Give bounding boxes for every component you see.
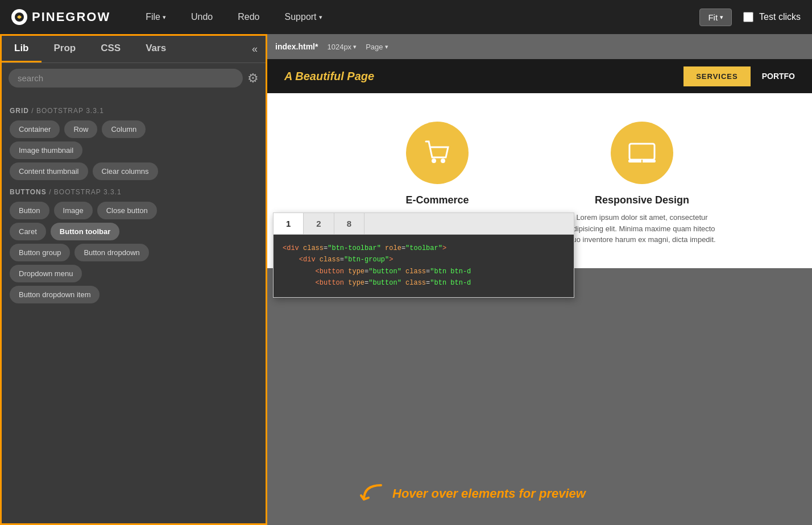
- components-list: GRID / BOOTSTRAP 3.3.1 Container Row Col…: [2, 93, 266, 523]
- clear-columns-button[interactable]: Clear columns: [93, 163, 158, 180]
- svg-point-1: [432, 159, 436, 163]
- responsive-title: Responsive Design: [595, 194, 689, 206]
- site-services-button[interactable]: SERVICES: [683, 66, 751, 86]
- fit-button[interactable]: Fit ▾: [699, 9, 732, 26]
- settings-button[interactable]: ⚙: [247, 71, 259, 86]
- test-clicks-area: Test clicks: [743, 12, 801, 22]
- svg-point-2: [441, 159, 445, 163]
- popup-tabs-row: 1 2 8: [274, 213, 574, 235]
- hover-hint-text: Hover over elements for preview: [392, 486, 586, 501]
- site-navbar: A Beautiful Page SERVICES PORTFO: [267, 59, 812, 93]
- image-thumbnail-button[interactable]: Image thumbnail: [10, 141, 82, 159]
- file-menu-button[interactable]: File ▾: [139, 9, 173, 26]
- button-toolbar-button[interactable]: Button toolbar: [51, 223, 120, 240]
- buttons-row-3: Button group Button dropdown: [10, 244, 258, 261]
- hover-hint: Hover over elements for preview: [358, 480, 586, 508]
- ecommerce-icon-circle: [406, 122, 469, 184]
- logo-text: Pinegrow: [32, 10, 110, 24]
- right-panel: index.html* 1024px ▾ Page ▾ A Beautiful …: [267, 34, 812, 525]
- grid-buttons-row-2: Image thumbnail: [10, 141, 258, 159]
- popup-tab-8[interactable]: 8: [334, 213, 364, 234]
- buttons-row-4: Dropdown menu: [10, 265, 258, 282]
- canvas-area: A Beautiful Page SERVICES PORTFO: [267, 59, 812, 525]
- popup-overlay: 1 2 8 <div class="btn-toolbar" role="too…: [273, 213, 574, 298]
- grid-buttons-row-3: Content thumbnail Clear columns: [10, 163, 258, 180]
- cart-icon: [420, 136, 454, 170]
- logo-icon: [11, 9, 27, 25]
- row-button[interactable]: Row: [64, 120, 97, 138]
- laptop-icon: [625, 136, 659, 170]
- responsive-text: Lorem ipsum dolor sit amet, consectetur …: [562, 212, 722, 245]
- tabs-row: Lib Prop CSS Vars «: [2, 36, 266, 63]
- collapse-panel-button[interactable]: «: [244, 38, 266, 61]
- button-dropdown-item-button[interactable]: Button dropdown item: [10, 286, 100, 303]
- popup-code-preview: <div class="btn-toolbar" role="toolbar">…: [274, 235, 574, 297]
- page-button[interactable]: Page ▾: [366, 43, 388, 51]
- site-portfolio-text: PORTFO: [762, 72, 795, 81]
- image-button[interactable]: Image: [54, 202, 93, 219]
- svg-rect-3: [629, 144, 654, 160]
- ecommerce-title: E-Commerce: [405, 194, 469, 206]
- grid-buttons-row: Container Row Column: [10, 120, 258, 138]
- test-clicks-label[interactable]: Test clicks: [759, 12, 801, 22]
- redo-button[interactable]: Redo: [231, 9, 266, 26]
- site-brand: A Beautiful Page: [284, 70, 374, 83]
- dropdown-menu-button[interactable]: Dropdown menu: [10, 265, 82, 282]
- buttons-section-header: BUTTONS / BOOTSTRAP 3.3.1: [10, 188, 258, 196]
- button-dropdown-button[interactable]: Button dropdown: [74, 244, 148, 261]
- popup-tab-2[interactable]: 2: [304, 213, 334, 234]
- tab-prop[interactable]: Prop: [42, 36, 89, 63]
- close-button-button[interactable]: Close button: [97, 202, 157, 219]
- buttons-row-1: Button Image Close button: [10, 202, 258, 219]
- tab-vars[interactable]: Vars: [133, 36, 179, 63]
- resolution-button[interactable]: 1024px ▾: [327, 43, 357, 51]
- buttons-row-2: Caret Button toolbar: [10, 223, 258, 240]
- file-tabbar: index.html* 1024px ▾ Page ▾: [267, 34, 812, 59]
- undo-button[interactable]: Undo: [184, 9, 219, 26]
- left-panel: Lib Prop CSS Vars « ⚙ GRID / BOOTSTRAP 3…: [0, 34, 267, 525]
- responsive-icon-circle: [611, 122, 673, 184]
- logo-area: Pinegrow: [11, 9, 110, 25]
- tab-lib[interactable]: Lib: [2, 36, 42, 63]
- container-button[interactable]: Container: [10, 120, 60, 138]
- tab-css[interactable]: CSS: [88, 36, 133, 63]
- column-button[interactable]: Column: [102, 120, 146, 138]
- buttons-row-5: Button dropdown item: [10, 286, 258, 303]
- search-input[interactable]: [9, 69, 243, 88]
- search-area: ⚙: [2, 63, 266, 93]
- button-button[interactable]: Button: [10, 202, 49, 219]
- arrow-icon: [358, 480, 387, 508]
- button-group-button[interactable]: Button group: [10, 244, 70, 261]
- file-tab[interactable]: index.html*: [275, 40, 318, 53]
- main-layout: Lib Prop CSS Vars « ⚙ GRID / BOOTSTRAP 3…: [0, 34, 812, 525]
- grid-section-header: GRID / BOOTSTRAP 3.3.1: [10, 107, 258, 115]
- caret-button[interactable]: Caret: [10, 223, 46, 240]
- popup-tab-1[interactable]: 1: [274, 213, 304, 234]
- content-thumbnail-button[interactable]: Content thumbnail: [10, 163, 88, 180]
- support-menu-button[interactable]: Support ▾: [278, 9, 329, 26]
- test-clicks-checkbox[interactable]: [743, 12, 753, 22]
- topbar: Pinegrow File ▾ Undo Redo Support ▾ Fit …: [0, 0, 812, 34]
- responsive-feature: Responsive Design Lorem ipsum dolor sit …: [562, 122, 722, 245]
